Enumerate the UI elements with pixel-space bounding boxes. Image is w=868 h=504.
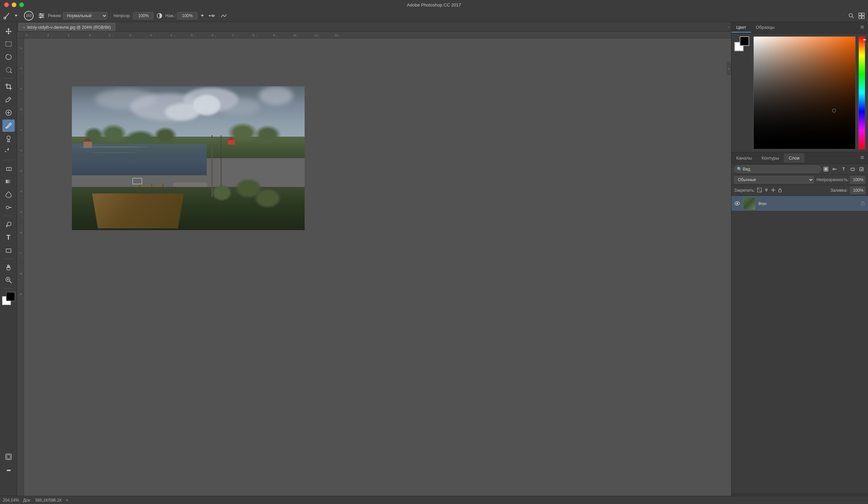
svg-text:7: 7 bbox=[232, 33, 234, 37]
layer-filter-shape-btn[interactable] bbox=[849, 165, 856, 173]
layer-list[interactable]: Фон bbox=[732, 196, 868, 493]
layer-filter-adj-btn[interactable] bbox=[831, 165, 839, 173]
right-panel: Цвет Образцы bbox=[731, 22, 868, 504]
window-controls[interactable] bbox=[4, 2, 24, 7]
lock-position-btn[interactable] bbox=[771, 188, 776, 194]
layer-item[interactable]: Фон bbox=[732, 196, 868, 211]
move-tool-button[interactable] bbox=[2, 25, 15, 37]
search-icon[interactable] bbox=[847, 12, 856, 20]
brush-size-preview[interactable]: 163 bbox=[23, 10, 35, 22]
svg-rect-39 bbox=[6, 454, 11, 460]
color-tab[interactable]: Цвет bbox=[732, 23, 751, 32]
eyedropper-tool-button[interactable] bbox=[2, 93, 15, 106]
layer-opacity-input[interactable] bbox=[850, 176, 865, 184]
layer-lock-icon[interactable] bbox=[860, 200, 865, 206]
svg-text:9: 9 bbox=[19, 294, 23, 295]
marquee-tool-button[interactable] bbox=[2, 38, 15, 50]
close-button[interactable] bbox=[4, 2, 9, 7]
fill-input[interactable] bbox=[850, 187, 865, 194]
svg-rect-16 bbox=[862, 16, 864, 19]
maximize-button[interactable] bbox=[19, 2, 24, 7]
quick-select-tool-button[interactable] bbox=[2, 64, 15, 76]
crop-tool-button[interactable] bbox=[2, 81, 15, 93]
flow-dropdown-icon[interactable] bbox=[199, 13, 206, 19]
opacity-options-icon[interactable] bbox=[155, 12, 164, 20]
pen-tool-button[interactable] bbox=[2, 218, 15, 230]
swatches-tab[interactable]: Образцы bbox=[751, 23, 779, 32]
right-panel-collapse-btn[interactable]: ‹ bbox=[726, 62, 731, 75]
history-brush-button[interactable] bbox=[2, 145, 15, 158]
document-tab[interactable]: × letniy-otdyih-v-derevne.jpg @ 204% (RG… bbox=[19, 23, 115, 31]
minimize-button[interactable] bbox=[12, 2, 17, 7]
blend-mode-select[interactable]: Нормальный bbox=[63, 12, 107, 20]
color-panel-tabs: Цвет Образцы bbox=[732, 22, 868, 33]
foreground-color-swatch[interactable] bbox=[6, 292, 15, 301]
svg-line-119 bbox=[757, 188, 762, 192]
workspaces-icon[interactable] bbox=[857, 12, 866, 20]
zoom-tool-button[interactable] bbox=[2, 274, 15, 286]
statusbar: 204,14% Док: 586,1К/586,1К > bbox=[0, 496, 868, 504]
gradient-tool-button[interactable] bbox=[2, 175, 15, 188]
layer-search-input[interactable] bbox=[734, 165, 821, 173]
fg-bg-swatches[interactable] bbox=[734, 36, 749, 51]
layer-filter-text-btn[interactable]: T bbox=[840, 165, 847, 173]
color-gradient-picker[interactable] bbox=[753, 36, 856, 149]
layer-filter-pixel-btn[interactable] bbox=[822, 165, 830, 173]
opacity-input[interactable] bbox=[133, 12, 154, 20]
brush-tool-button[interactable] bbox=[2, 120, 15, 132]
svg-text:3: 3 bbox=[150, 33, 152, 37]
layer-filter-smart-btn[interactable] bbox=[858, 165, 865, 173]
layer-blend-mode-select[interactable]: Обычные bbox=[734, 176, 814, 184]
fg-color-box[interactable] bbox=[740, 36, 749, 46]
panel-collapse-btn[interactable]: ‹ bbox=[726, 22, 731, 31]
flow-input[interactable] bbox=[177, 12, 197, 20]
extra-tool-1[interactable] bbox=[2, 451, 15, 463]
svg-rect-106 bbox=[754, 37, 855, 149]
svg-line-20 bbox=[10, 72, 12, 73]
more-tools-button[interactable]: ••• bbox=[2, 464, 15, 476]
svg-text:8: 8 bbox=[252, 33, 254, 37]
svg-rect-18 bbox=[6, 42, 11, 46]
photo-canvas[interactable] bbox=[24, 38, 731, 496]
svg-point-6 bbox=[42, 15, 43, 17]
tab-filename: letniy-otdyih-v-derevne.jpg @ 204% (RGB/… bbox=[27, 25, 111, 30]
color-panel-menu[interactable] bbox=[856, 22, 868, 33]
tool-separator-4 bbox=[3, 258, 14, 259]
airbrush-icon[interactable] bbox=[207, 11, 217, 20]
lock-all-btn[interactable] bbox=[778, 188, 783, 194]
color-spectrum-slider[interactable] bbox=[858, 36, 865, 149]
svg-rect-116 bbox=[851, 168, 854, 171]
text-tool-button[interactable]: T bbox=[2, 231, 15, 244]
smoothing-icon[interactable] bbox=[219, 11, 229, 20]
blur-tool-button[interactable] bbox=[2, 188, 15, 200]
svg-rect-112 bbox=[825, 168, 827, 171]
tab-close-icon[interactable]: × bbox=[23, 25, 25, 29]
color-swatches[interactable] bbox=[2, 292, 15, 305]
svg-text:5: 5 bbox=[19, 211, 23, 213]
layers-panel-menu[interactable] bbox=[856, 152, 868, 164]
canvas-workspace[interactable]: 3 2 1 0 1 2 3 4 5 6 7 bbox=[17, 31, 731, 496]
brush-settings-icon[interactable] bbox=[36, 11, 46, 20]
layers-tab[interactable]: Слои bbox=[784, 153, 804, 163]
lock-transparent-btn[interactable] bbox=[757, 188, 762, 194]
healing-brush-button[interactable] bbox=[2, 106, 15, 119]
svg-marker-17 bbox=[6, 28, 12, 34]
shape-tool-button[interactable] bbox=[2, 244, 15, 256]
layer-visibility-toggle[interactable] bbox=[734, 200, 740, 206]
layer-opacity-row: Непрозрачность: bbox=[817, 176, 865, 184]
eraser-tool-button[interactable] bbox=[2, 162, 15, 175]
svg-rect-3 bbox=[39, 16, 44, 16]
svg-rect-107 bbox=[754, 37, 855, 149]
statusbar-arrow[interactable]: > bbox=[66, 498, 68, 503]
layers-filter-toolbar: 🔍 T bbox=[732, 164, 868, 175]
layer-blend-row: Обычные Непрозрачность: bbox=[732, 175, 868, 185]
lasso-tool-button[interactable] bbox=[2, 51, 15, 63]
channels-tab[interactable]: Каналы bbox=[732, 153, 757, 163]
brush-dropdown-icon[interactable] bbox=[12, 12, 20, 20]
lock-pixels-btn[interactable] bbox=[764, 188, 769, 194]
dodge-burn-button[interactable] bbox=[2, 201, 15, 214]
canvas-area: ‹ × letniy-otdyih-v-derevne.jpg @ 204% (… bbox=[17, 22, 731, 496]
clone-stamp-button[interactable] bbox=[2, 133, 15, 145]
paths-tab[interactable]: Контуры bbox=[757, 153, 784, 163]
hand-tool-button[interactable] bbox=[2, 261, 15, 273]
